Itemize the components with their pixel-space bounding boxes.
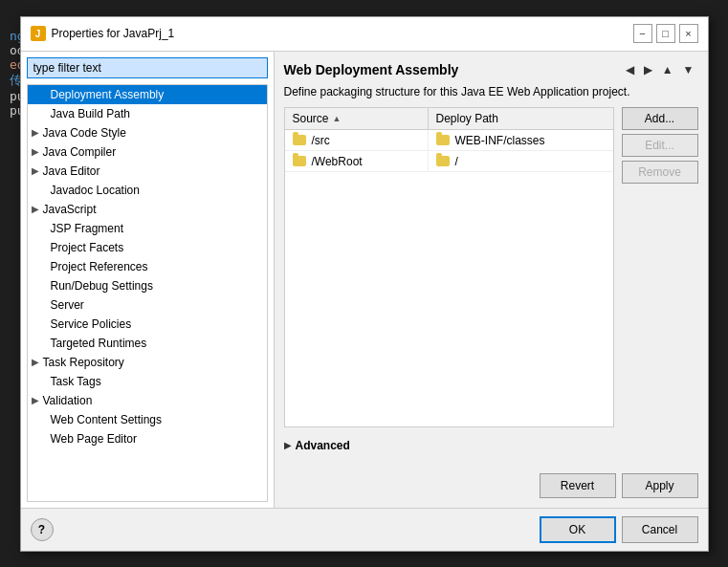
col-source-header: Source ▲ bbox=[285, 108, 429, 129]
tree-item[interactable]: Java Build Path bbox=[28, 104, 267, 123]
add-button[interactable]: Add... bbox=[622, 107, 698, 130]
tree-item-label: Service Policies bbox=[51, 317, 132, 331]
folder-icon bbox=[436, 135, 450, 145]
source-path: /src bbox=[312, 134, 330, 147]
help-button[interactable]: ? bbox=[31, 518, 54, 541]
window-controls: − □ × bbox=[633, 24, 698, 43]
tree-expand-arrow-icon: ▶ bbox=[32, 204, 43, 214]
source-path: /WebRoot bbox=[312, 155, 363, 168]
close-button[interactable]: × bbox=[679, 24, 698, 43]
apply-button[interactable]: Apply bbox=[622, 473, 698, 498]
tree-item[interactable]: Task Tags bbox=[28, 372, 267, 391]
tree-item-label: Java Compiler bbox=[43, 145, 117, 159]
deploy-path: WEB-INF/classes bbox=[455, 134, 545, 147]
tree-expand-arrow-icon: ▶ bbox=[32, 146, 43, 157]
properties-dialog: J Properties for JavaPrj_1 − □ × Deploym… bbox=[20, 16, 709, 552]
tree-item[interactable]: ▶ Java Editor bbox=[28, 162, 267, 181]
bottom-right-buttons: OK Cancel bbox=[540, 516, 698, 543]
tree-item-label: Project Facets bbox=[51, 241, 124, 254]
sort-arrow: ▲ bbox=[333, 114, 342, 123]
dialog-icon: J bbox=[31, 26, 46, 41]
tree-item[interactable]: Project Facets bbox=[28, 238, 267, 257]
table-rows: /srcWEB-INF/classes/WebRoot/ bbox=[285, 130, 613, 172]
tree-item[interactable]: Service Policies bbox=[28, 315, 267, 334]
tree-item-label: Run/Debug Settings bbox=[51, 279, 153, 293]
edit-button[interactable]: Edit... bbox=[622, 134, 698, 157]
right-section: Web Deployment Assembly ◀ ▶ ▲ ▼ Define p… bbox=[275, 52, 708, 508]
maximize-button[interactable]: □ bbox=[656, 24, 675, 43]
folder-icon bbox=[293, 135, 306, 145]
deploy-path: / bbox=[455, 155, 458, 168]
dropdown-button[interactable]: ▼ bbox=[679, 61, 698, 78]
tree-item-label: Javadoc Location bbox=[51, 184, 140, 197]
tree-item-label: JSP Fragment bbox=[51, 222, 123, 235]
tree-item[interactable]: Targeted Runtimes bbox=[28, 334, 267, 353]
tree-expand-arrow-icon: ▶ bbox=[32, 127, 43, 138]
bottom-bar: ? OK Cancel bbox=[21, 508, 708, 551]
tree-item-label: JavaScript bbox=[43, 203, 97, 216]
advanced-label: Advanced bbox=[296, 439, 350, 452]
tree-item-label: Validation bbox=[43, 394, 93, 407]
nav-buttons: ◀ ▶ ▲ ▼ bbox=[622, 61, 698, 78]
tree-item[interactable]: ▶ Java Compiler bbox=[28, 142, 267, 162]
tree-item[interactable]: Web Page Editor bbox=[28, 429, 267, 448]
deploy-cell: WEB-INF/classes bbox=[429, 130, 613, 150]
tree-item[interactable]: Javadoc Location bbox=[28, 181, 267, 200]
title-bar: J Properties for JavaPrj_1 − □ × bbox=[21, 17, 708, 52]
tree-expand-arrow-icon: ▶ bbox=[32, 395, 43, 405]
back-button[interactable]: ◀ bbox=[622, 61, 638, 78]
folder-icon bbox=[293, 156, 306, 166]
advanced-header[interactable]: ▶ Advanced bbox=[284, 437, 698, 454]
ok-button[interactable]: OK bbox=[540, 516, 616, 543]
tree-item[interactable]: Server bbox=[28, 295, 267, 315]
revert-button[interactable]: Revert bbox=[540, 473, 616, 498]
source-cell: /src bbox=[285, 130, 429, 150]
tree-item-label: Task Repository bbox=[43, 356, 124, 369]
table-area: Source ▲ Deploy Path /srcWEB-INF/classes… bbox=[284, 107, 614, 426]
advanced-arrow-icon: ▶ bbox=[284, 440, 292, 450]
tree-container: Deployment AssemblyJava Build Path▶ Java… bbox=[27, 84, 268, 502]
up-button[interactable]: ▲ bbox=[658, 61, 677, 78]
tree-item-label: Targeted Runtimes bbox=[51, 337, 147, 350]
tree-item-label: Java Editor bbox=[43, 164, 100, 178]
tree-item[interactable]: ▶ JavaScript bbox=[28, 200, 267, 219]
tree-item-label: Task Tags bbox=[51, 375, 101, 388]
col-deploy-header: Deploy Path bbox=[429, 108, 613, 129]
tree-item-label: Server bbox=[51, 298, 84, 312]
minimize-button[interactable]: − bbox=[633, 24, 652, 43]
tree-expand-arrow-icon: ▶ bbox=[32, 357, 43, 367]
tree-item-label: Deployment Assembly bbox=[51, 88, 165, 101]
tree-item[interactable]: Deployment Assembly bbox=[28, 85, 267, 104]
advanced-section: ▶ Advanced bbox=[284, 437, 698, 454]
cancel-button[interactable]: Cancel bbox=[622, 516, 698, 543]
folder-icon bbox=[436, 156, 450, 166]
tree-item[interactable]: ▶ Java Code Style bbox=[28, 123, 267, 142]
table-row[interactable]: /srcWEB-INF/classes bbox=[285, 130, 613, 151]
source-cell: /WebRoot bbox=[285, 151, 429, 171]
tree-item-label: Java Build Path bbox=[51, 107, 130, 120]
tree-item-label: Java Code Style bbox=[43, 126, 126, 140]
description: Define packaging structure for this Java… bbox=[284, 84, 698, 100]
dialog-title: Properties for JavaPrj_1 bbox=[52, 27, 175, 40]
tree-item[interactable]: ▶ Task Repository bbox=[28, 353, 267, 372]
tree-expand-arrow-icon: ▶ bbox=[32, 165, 43, 176]
right-title: Web Deployment Assembly bbox=[284, 62, 459, 77]
deploy-cell: / bbox=[429, 151, 613, 171]
tree-item[interactable]: Project References bbox=[28, 257, 267, 276]
tree-item[interactable]: Web Content Settings bbox=[28, 410, 267, 429]
tree-item[interactable]: JSP Fragment bbox=[28, 219, 267, 238]
forward-button[interactable]: ▶ bbox=[640, 61, 656, 78]
right-panel: Web Deployment Assembly ◀ ▶ ▲ ▼ Define p… bbox=[275, 52, 708, 468]
tree-item-label: Project References bbox=[51, 260, 148, 273]
right-header: Web Deployment Assembly ◀ ▶ ▲ ▼ bbox=[284, 61, 698, 78]
tree-item-label: Web Page Editor bbox=[51, 432, 138, 446]
tree-item[interactable]: ▶ Validation bbox=[28, 391, 267, 410]
tree-item[interactable]: Run/Debug Settings bbox=[28, 276, 267, 295]
remove-button[interactable]: Remove bbox=[622, 161, 698, 184]
table-header: Source ▲ Deploy Path bbox=[285, 108, 613, 130]
side-buttons: Add... Edit... Remove bbox=[622, 107, 698, 426]
filter-input[interactable] bbox=[27, 57, 268, 78]
table-row[interactable]: /WebRoot/ bbox=[285, 151, 613, 172]
left-panel: Deployment AssemblyJava Build Path▶ Java… bbox=[21, 52, 275, 508]
table-with-buttons: Source ▲ Deploy Path /srcWEB-INF/classes… bbox=[284, 107, 698, 426]
